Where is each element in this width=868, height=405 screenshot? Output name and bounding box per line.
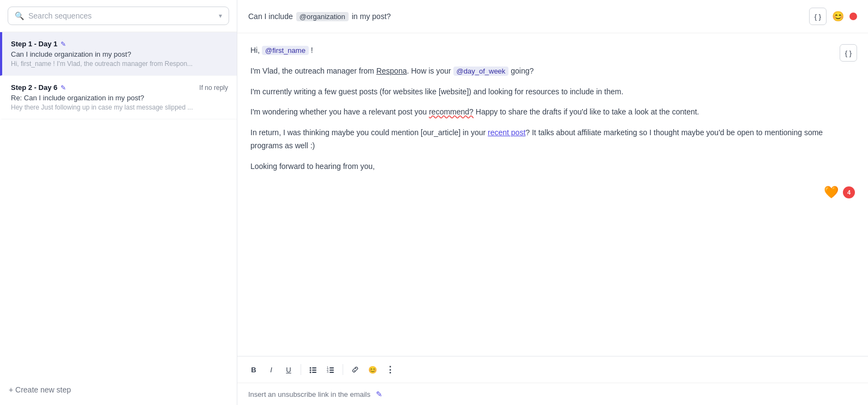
email-body-container: { } Hi, @first_name ! I'm Vlad, the outr… <box>237 33 868 356</box>
step-2-edit-icon[interactable]: ✎ <box>61 84 66 92</box>
day-of-week-variable: @day_of_week <box>453 67 509 76</box>
svg-point-4 <box>310 372 312 373</box>
step-1-edit-icon[interactable]: ✎ <box>61 40 66 48</box>
editor-toolbar: B I U 1. 2. 3. <box>237 356 868 383</box>
chevron-down-icon: ▾ <box>219 12 222 20</box>
footer-label: Insert an unsubscribe link in the emails <box>248 390 370 398</box>
heart-reaction[interactable]: 🧡 <box>824 185 839 200</box>
search-box: 🔍 ▾ <box>8 7 229 25</box>
steps-list: Step 1 - Day 1 ✎ Can I include organizat… <box>0 32 237 374</box>
search-container: 🔍 ▾ <box>0 0 237 32</box>
toolbar-separator-1 <box>301 364 301 375</box>
reactions-area: 🧡 4 + <box>250 181 855 204</box>
email-line-1: Hi, @first_name ! <box>250 44 855 57</box>
italic-button[interactable]: I <box>264 362 279 377</box>
email-line-4: I'm wondering whether you have a relevan… <box>250 106 855 119</box>
our-article-ref: [our_article] <box>421 128 460 137</box>
subject-text-before: Can I include <box>248 12 293 21</box>
svg-text:3.: 3. <box>327 370 329 373</box>
braces-button-header[interactable]: { } <box>809 8 827 25</box>
unordered-list-button[interactable] <box>306 362 321 377</box>
emoji-icon: 😊 <box>368 366 377 374</box>
search-input[interactable] <box>28 11 214 20</box>
link-button[interactable] <box>348 362 363 377</box>
step-2-header: Step 2 - Day 6 ✎ If no reply <box>11 83 228 92</box>
bullet-list-icon <box>309 366 317 373</box>
bold-button[interactable]: B <box>246 362 261 377</box>
email-line-2: I'm Vlad, the outreach manager from Resp… <box>250 65 855 78</box>
search-icon: 🔍 <box>15 11 24 20</box>
footer-edit-icon[interactable]: ✎ <box>376 390 382 398</box>
svg-rect-9 <box>330 370 334 371</box>
subject-text-after: in my post? <box>352 12 391 21</box>
recent-post-link[interactable]: recent post <box>488 128 525 137</box>
svg-rect-5 <box>312 372 316 373</box>
email-header: Can I include @organization in my post? … <box>237 0 868 33</box>
email-subject: Can I include @organization in my post? <box>248 12 391 21</box>
toolbar-separator-2 <box>343 364 343 375</box>
reaction-plus: + <box>853 185 856 191</box>
emoji-toolbar-button[interactable]: 😊 <box>365 362 380 377</box>
first-name-variable: @first_name <box>262 46 309 55</box>
subject-org-variable: @organization <box>296 12 349 21</box>
svg-rect-3 <box>312 370 316 371</box>
step-2-condition: If no reply <box>199 84 228 92</box>
ordered-list-button[interactable]: 1. 2. 3. <box>323 362 338 377</box>
reaction-count: 4 <box>847 189 851 196</box>
link-icon <box>351 366 359 373</box>
left-panel: 🔍 ▾ Step 1 - Day 1 ✎ Can I include organ… <box>0 0 237 405</box>
right-panel: Can I include @organization in my post? … <box>237 0 868 405</box>
braces-button-body[interactable]: { } <box>840 44 857 62</box>
svg-rect-7 <box>330 367 334 368</box>
email-line-3: I'm currently writing a few guest posts … <box>250 86 855 99</box>
svg-rect-11 <box>330 372 334 373</box>
svg-rect-1 <box>312 367 316 368</box>
step-item-2[interactable]: Step 2 - Day 6 ✎ If no reply Re: Can I i… <box>0 76 237 119</box>
create-new-step-button[interactable]: + Create new step <box>0 374 237 405</box>
step-2-preview: Hey there Just following up in case my l… <box>11 104 228 111</box>
step-1-subject: Can I include organization in my post? <box>11 50 228 58</box>
emoji-button-header[interactable]: 😊 <box>832 10 844 22</box>
step-1-title: Step 1 - Day 1 <box>11 40 57 48</box>
reaction-count-badge[interactable]: 4 + <box>843 186 855 198</box>
email-line-6: Looking forward to hearing from you, <box>250 160 855 173</box>
step-1-header: Step 1 - Day 1 ✎ <box>11 40 228 48</box>
email-body[interactable]: Hi, @first_name ! I'm Vlad, the outreach… <box>250 44 855 173</box>
respona-link[interactable]: Respona <box>376 67 407 75</box>
braces-icon: { } <box>815 13 821 21</box>
email-line-5: In return, I was thinking maybe you coul… <box>250 126 855 153</box>
header-actions: { } 😊 <box>809 8 857 25</box>
braces-icon-body: { } <box>845 49 852 57</box>
svg-point-2 <box>310 370 312 371</box>
more-options-button[interactable]: ⋮ <box>382 362 398 377</box>
create-step-label: + Create new step <box>9 385 71 394</box>
step-2-subject: Re: Can I include organization in my pos… <box>11 94 228 102</box>
number-list-icon: 1. 2. 3. <box>327 366 334 373</box>
email-footer: Insert an unsubscribe link in the emails… <box>237 383 868 405</box>
step-2-title: Step 2 - Day 6 <box>11 83 57 92</box>
red-dot-indicator <box>849 13 857 20</box>
underline-button[interactable]: U <box>281 362 296 377</box>
step-item-1[interactable]: Step 1 - Day 1 ✎ Can I include organizat… <box>0 32 237 76</box>
step-1-preview: Hi, first_name ! I'm Vlad, the outreach … <box>11 60 228 68</box>
recommend-word: recommend? <box>429 107 474 116</box>
svg-point-0 <box>310 367 312 369</box>
